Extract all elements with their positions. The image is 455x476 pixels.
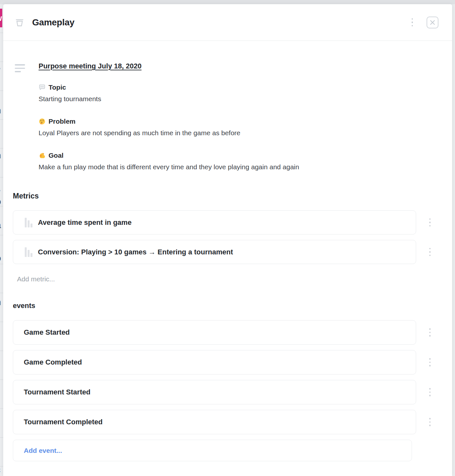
add-event-button[interactable]: Add event... bbox=[13, 440, 412, 461]
event-label: Game Started bbox=[24, 328, 70, 337]
event-row: Tournament Started bbox=[13, 380, 452, 404]
modal-header: Gameplay bbox=[3, 4, 452, 41]
event-kebab-menu-icon[interactable] bbox=[428, 416, 432, 428]
goal-label: Goal bbox=[39, 151, 452, 160]
problem-section: Problem Loyal Players are not spending a… bbox=[39, 117, 452, 137]
description-block: Purpose meeting July 18, 2020 Topic Star… bbox=[13, 62, 452, 171]
event-row: Tournament Completed bbox=[13, 410, 452, 434]
header-kebab-menu-icon[interactable] bbox=[410, 16, 415, 29]
text-align-left-icon bbox=[15, 64, 25, 72]
add-event-label: Add event... bbox=[24, 447, 62, 454]
page-right-strip bbox=[452, 4, 455, 476]
page-left-strip: y il n n y o á o n c bbox=[0, 4, 3, 476]
problem-label-text: Problem bbox=[49, 117, 76, 126]
brand-logo-fragment: w bbox=[0, 9, 2, 27]
event-kebab-menu-icon[interactable] bbox=[428, 326, 432, 339]
page-title: Gameplay bbox=[32, 17, 74, 28]
event-card[interactable]: Game Started bbox=[13, 320, 416, 345]
bg-text-fragment: y bbox=[0, 66, 1, 75]
metric-row: Average time spent in game bbox=[13, 210, 452, 234]
goal-section: Goal Make a fun play mode that is differ… bbox=[39, 151, 452, 171]
metric-label: Average time spent in game bbox=[38, 218, 131, 227]
thinking-face-emoji-icon bbox=[39, 118, 46, 125]
event-kebab-menu-icon[interactable] bbox=[428, 356, 432, 368]
event-card[interactable]: Tournament Started bbox=[13, 380, 416, 404]
topic-section: Topic Starting tournaments bbox=[39, 83, 452, 103]
bg-text-fragment: y bbox=[0, 188, 1, 197]
topic-label: Topic bbox=[39, 83, 452, 92]
modal-body: Purpose meeting July 18, 2020 Topic Star… bbox=[3, 41, 452, 476]
event-kebab-menu-icon[interactable] bbox=[428, 386, 432, 398]
metric-row: Conversion: Playing > 10 games → Enterin… bbox=[13, 240, 452, 264]
bg-text-fragment: c bbox=[0, 466, 1, 474]
add-metric-input[interactable]: Add metric... bbox=[17, 275, 452, 284]
metric-label: Conversion: Playing > 10 games → Enterin… bbox=[38, 248, 233, 256]
event-label: Tournament Completed bbox=[24, 418, 103, 426]
metric-kebab-menu-icon[interactable] bbox=[428, 216, 432, 229]
bar-chart-icon bbox=[25, 247, 32, 257]
bg-text-fragment: o bbox=[0, 198, 1, 206]
topic-text: Starting tournaments bbox=[39, 95, 452, 103]
gameplay-category-modal: Gameplay Purpose meeting July 18, 2020 bbox=[3, 4, 452, 476]
metric-card[interactable]: Average time spent in game bbox=[13, 210, 416, 234]
topic-label-text: Topic bbox=[49, 83, 66, 92]
bg-text-fragment: n bbox=[0, 151, 1, 160]
bg-text-fragment: á bbox=[0, 221, 1, 230]
event-label: Tournament Started bbox=[24, 388, 90, 396]
flexed-biceps-emoji-icon bbox=[39, 152, 46, 159]
bg-text-fragment: n bbox=[0, 298, 1, 307]
event-card[interactable]: Tournament Completed bbox=[13, 410, 416, 434]
event-label: Game Completed bbox=[24, 358, 82, 366]
metrics-heading: Metrics bbox=[13, 191, 452, 200]
bin-icon bbox=[14, 17, 25, 28]
speech-balloon-emoji-icon bbox=[39, 84, 46, 91]
event-card[interactable]: Game Completed bbox=[13, 350, 416, 375]
close-icon[interactable] bbox=[426, 16, 439, 29]
problem-label: Problem bbox=[39, 117, 452, 126]
bg-text-fragment: n bbox=[0, 106, 1, 115]
bg-text-fragment: o bbox=[0, 254, 1, 263]
event-row: Game Completed bbox=[13, 350, 452, 375]
metric-kebab-menu-icon[interactable] bbox=[428, 246, 432, 258]
bg-text-fragment: w bbox=[0, 14, 2, 22]
add-event-row: Add event... bbox=[13, 440, 452, 461]
metric-card[interactable]: Conversion: Playing > 10 games → Enterin… bbox=[13, 240, 416, 264]
bar-chart-icon bbox=[25, 217, 32, 227]
event-row: Game Started bbox=[13, 320, 452, 345]
page-top-band bbox=[0, 0, 455, 4]
description-title-link[interactable]: Purpose meeting July 18, 2020 bbox=[39, 62, 141, 70]
goal-text: Make a fun play mode that is different e… bbox=[39, 163, 452, 171]
problem-text: Loyal Players are not spending as much t… bbox=[39, 129, 452, 137]
goal-label-text: Goal bbox=[49, 151, 64, 160]
events-heading: events bbox=[13, 301, 452, 310]
